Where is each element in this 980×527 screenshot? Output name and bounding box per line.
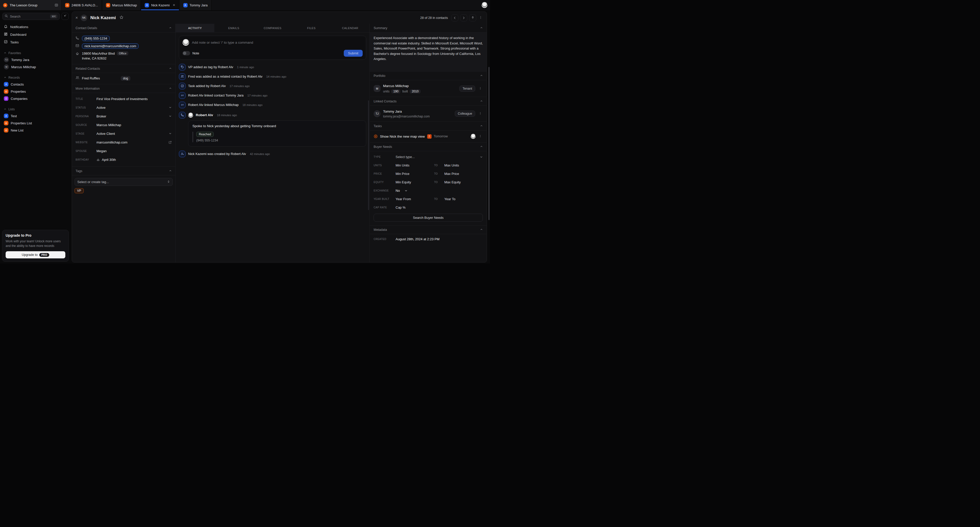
favorites-section-header[interactable]: Favorites xyxy=(2,50,68,56)
year-to-input[interactable]: Year To xyxy=(444,197,483,201)
record-menu-icon[interactable] xyxy=(478,16,484,20)
more-information-section: More Information TITLE First Vice Presid… xyxy=(72,84,175,167)
tab-emails[interactable]: EMAILS xyxy=(215,24,253,32)
related-contact-row[interactable]: Fred Ruffles dog xyxy=(72,73,175,84)
summary-header[interactable]: Summary xyxy=(370,24,487,32)
task-item[interactable]: Show Nick the new map view ! Tomorrow xyxy=(370,131,487,142)
linked-contacts-section: Linked Contacts TJ Tommy Jara tommy.jara… xyxy=(370,97,487,122)
phone-value[interactable]: (949) 555-1234 xyxy=(82,36,110,41)
user-avatar[interactable] xyxy=(482,2,487,8)
max-price-input[interactable]: Max Price xyxy=(444,172,483,176)
note-input[interactable]: Add note or select '/' to type a command xyxy=(192,41,253,45)
item-menu-icon[interactable] xyxy=(478,134,483,139)
activity-event-tag: VP added as tag by Robert Alv 1 minute a… xyxy=(176,62,369,72)
email-value[interactable]: nick.kazemi@marcusmillichap.com xyxy=(82,43,138,49)
workspace-tab[interactable]: The Leeson Group xyxy=(0,0,61,10)
address-type-badge: Office xyxy=(117,51,129,56)
more-information-header[interactable]: More Information xyxy=(72,84,175,93)
exchange-select[interactable]: No xyxy=(396,189,400,193)
next-record-button[interactable] xyxy=(460,14,467,21)
min-units-input[interactable]: Min Units xyxy=(396,163,434,167)
tab-property-avalon[interactable]: 24606 S AVALO... xyxy=(61,0,102,10)
field-label: PRICE xyxy=(374,172,396,175)
field-status[interactable]: STATUS Active xyxy=(72,103,175,112)
portfolio-item[interactable]: M Marcus Millichap units 190 built 2010 … xyxy=(370,80,487,97)
tab-contact-tommy-jara[interactable]: Tommy Jara xyxy=(180,0,212,10)
buyer-needs-header[interactable]: Buyer Needs xyxy=(370,142,487,151)
sidebar-item-companies[interactable]: Companies xyxy=(2,95,68,102)
type-select[interactable]: Select type... xyxy=(396,155,480,159)
activity-column: ACTIVITY EMAILS COMPANIES FILES CALENDAR… xyxy=(176,24,370,262)
min-price-input[interactable]: Min Price xyxy=(396,172,434,176)
ai-assistant-button[interactable] xyxy=(62,13,68,20)
field-type[interactable]: TYPE Select type... xyxy=(370,153,487,161)
contact-details-header[interactable]: Contact Details xyxy=(72,24,175,32)
linked-contact-item[interactable]: TJ Tommy Jara tommy.jara@marcusmillichap… xyxy=(370,106,487,121)
note-type-toggle[interactable] xyxy=(183,51,190,56)
event-time: 17 minutes ago xyxy=(229,84,250,88)
field-website[interactable]: WEBSITE marcusmillichap.com xyxy=(72,138,175,146)
sidebar-item-new-list[interactable]: New List xyxy=(2,127,68,134)
window-scrollbar[interactable] xyxy=(488,67,490,220)
previous-record-button[interactable] xyxy=(451,14,458,21)
max-units-input[interactable]: Max Units xyxy=(444,163,483,167)
tags-header[interactable]: Tags xyxy=(72,167,175,175)
tab-calendar[interactable]: CALENDAR xyxy=(331,24,369,32)
companies-icon xyxy=(4,96,8,101)
search-shortcut-badge: ⌘K xyxy=(50,14,57,18)
sidebar-item-properties[interactable]: Properties xyxy=(2,88,68,95)
record-label: Companies xyxy=(11,97,27,100)
item-menu-icon[interactable] xyxy=(478,86,483,91)
submit-button[interactable]: Submit xyxy=(344,50,363,57)
portfolio-header[interactable]: Portfolio xyxy=(370,72,487,80)
min-equity-input[interactable]: Min Equity xyxy=(396,180,434,184)
cap-rate-input[interactable]: Cap % xyxy=(396,205,406,209)
year-from-input[interactable]: Year From xyxy=(396,197,434,201)
tab-contact-nick-kazemi[interactable]: Nick Kazemi ✕ xyxy=(141,0,179,10)
task-due: Tomorrow xyxy=(434,135,448,138)
external-link-icon[interactable] xyxy=(169,141,172,144)
lists-section-header[interactable]: Lists xyxy=(2,106,68,112)
tag-chip-vp[interactable]: VP xyxy=(75,188,84,193)
sidebar-collapse-icon[interactable] xyxy=(55,3,58,7)
related-contacts-header[interactable]: Related Contacts xyxy=(72,64,175,73)
close-record-icon[interactable]: ✕ xyxy=(75,16,78,20)
to-label: TO xyxy=(434,172,444,175)
upgrade-button[interactable]: Upgrade to PRO xyxy=(6,251,65,258)
field-stage[interactable]: STAGE Active Client xyxy=(72,129,175,138)
dashboard-icon xyxy=(4,32,8,37)
tab-companies[interactable]: COMPANIES xyxy=(253,24,292,32)
linked-contacts-header[interactable]: Linked Contacts xyxy=(370,97,487,106)
tab-property-marcus[interactable]: Marcus Millichap xyxy=(102,0,141,10)
tab-activity[interactable]: ACTIVITY xyxy=(176,24,215,32)
tag-select[interactable]: Select or create tag... xyxy=(75,178,173,186)
pin-record-button[interactable] xyxy=(469,14,476,21)
item-menu-icon[interactable] xyxy=(478,111,483,116)
sparkles-icon xyxy=(63,14,67,19)
sidebar-item-marcus-millichap[interactable]: M Marcus Millichap xyxy=(2,63,68,70)
sidebar-item-tasks[interactable]: Tasks xyxy=(2,38,68,46)
favorite-star-icon[interactable] xyxy=(119,15,124,21)
sidebar-item-contacts[interactable]: Contacts xyxy=(2,81,68,88)
sidebar-item-dashboard[interactable]: Dashboard xyxy=(2,31,68,38)
tab-files[interactable]: FILES xyxy=(292,24,331,32)
search-input[interactable]: Search ⌘K xyxy=(2,13,60,20)
tasks-header[interactable]: Tasks xyxy=(370,122,487,131)
records-section-header[interactable]: Records xyxy=(2,75,68,81)
sidebar-item-properties-list[interactable]: Properties List xyxy=(2,119,68,127)
sidebar-item-list-test[interactable]: Test xyxy=(2,112,68,119)
metadata-header[interactable]: Metadata xyxy=(370,226,487,234)
activity-scrollbar[interactable] xyxy=(368,100,369,210)
chevron-down-icon xyxy=(169,106,172,109)
field-persona[interactable]: PERSONA Broker xyxy=(72,112,175,121)
note-composer: Add note or select '/' to type a command… xyxy=(179,36,366,60)
record-label: Contacts xyxy=(11,83,24,86)
max-equity-input[interactable]: Max Equity xyxy=(444,180,483,184)
tab-close-icon[interactable]: ✕ xyxy=(173,3,175,7)
related-contact-badge: dog xyxy=(121,76,130,81)
sidebar-item-tommy-jara[interactable]: TJ Tommy Jara xyxy=(2,56,68,63)
units-value: 190 xyxy=(391,89,401,94)
tags-section: Tags Select or create tag... VP xyxy=(72,167,175,197)
sidebar-item-notifications[interactable]: Notifications xyxy=(2,23,68,31)
search-buyer-needs-button[interactable]: Search Buyer Needs xyxy=(374,214,483,221)
